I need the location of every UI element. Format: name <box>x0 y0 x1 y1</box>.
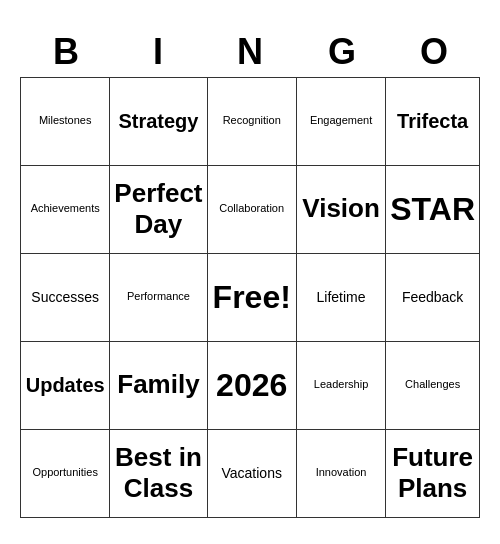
bingo-cell: Leadership <box>297 342 386 430</box>
bingo-cell: Opportunities <box>21 430 110 518</box>
cell-text: Milestones <box>39 114 92 127</box>
cell-text: Innovation <box>316 466 367 479</box>
bingo-cell: Trifecta <box>386 78 480 166</box>
header-letter: G <box>296 27 388 77</box>
bingo-cell: Collaboration <box>208 166 297 254</box>
bingo-cell: Family <box>110 342 207 430</box>
cell-text: Trifecta <box>397 109 468 133</box>
bingo-cell: Lifetime <box>297 254 386 342</box>
header-letter: N <box>204 27 296 77</box>
cell-text: STAR <box>390 190 475 228</box>
bingo-cell: Updates <box>21 342 110 430</box>
bingo-cell: Challenges <box>386 342 480 430</box>
cell-text: Opportunities <box>32 466 97 479</box>
cell-text: Future Plans <box>390 442 475 504</box>
bingo-cell: Feedback <box>386 254 480 342</box>
cell-text: Leadership <box>314 378 368 391</box>
bingo-cell: Engagement <box>297 78 386 166</box>
bingo-grid: MilestonesStrategyRecognitionEngagementT… <box>20 77 480 518</box>
bingo-cell: Performance <box>110 254 207 342</box>
bingo-cell: Free! <box>208 254 297 342</box>
bingo-cell: Milestones <box>21 78 110 166</box>
cell-text: Strategy <box>118 109 198 133</box>
bingo-cell: Recognition <box>208 78 297 166</box>
cell-text: Engagement <box>310 114 372 127</box>
cell-text: 2026 <box>216 366 287 404</box>
bingo-cell: Perfect Day <box>110 166 207 254</box>
bingo-header: BINGO <box>20 27 480 77</box>
bingo-cell: Strategy <box>110 78 207 166</box>
cell-text: Lifetime <box>317 289 366 306</box>
cell-text: Challenges <box>405 378 460 391</box>
cell-text: Updates <box>26 373 105 397</box>
header-letter: I <box>112 27 204 77</box>
bingo-cell: Achievements <box>21 166 110 254</box>
bingo-cell: 2026 <box>208 342 297 430</box>
bingo-cell: Successes <box>21 254 110 342</box>
cell-text: Free! <box>213 278 291 316</box>
bingo-cell: Best in Class <box>110 430 207 518</box>
cell-text: Successes <box>31 289 99 306</box>
cell-text: Collaboration <box>219 202 284 215</box>
bingo-cell: Innovation <box>297 430 386 518</box>
cell-text: Vision <box>302 193 380 224</box>
cell-text: Best in Class <box>114 442 202 504</box>
bingo-cell: STAR <box>386 166 480 254</box>
header-letter: O <box>388 27 480 77</box>
cell-text: Perfect Day <box>114 178 202 240</box>
cell-text: Family <box>117 369 199 400</box>
cell-text: Achievements <box>31 202 100 215</box>
bingo-cell: Future Plans <box>386 430 480 518</box>
header-letter: B <box>20 27 112 77</box>
cell-text: Performance <box>127 290 190 303</box>
bingo-card: BINGO MilestonesStrategyRecognitionEngag… <box>20 27 480 518</box>
cell-text: Feedback <box>402 289 463 306</box>
cell-text: Recognition <box>223 114 281 127</box>
cell-text: Vacations <box>221 465 281 482</box>
bingo-cell: Vacations <box>208 430 297 518</box>
bingo-cell: Vision <box>297 166 386 254</box>
